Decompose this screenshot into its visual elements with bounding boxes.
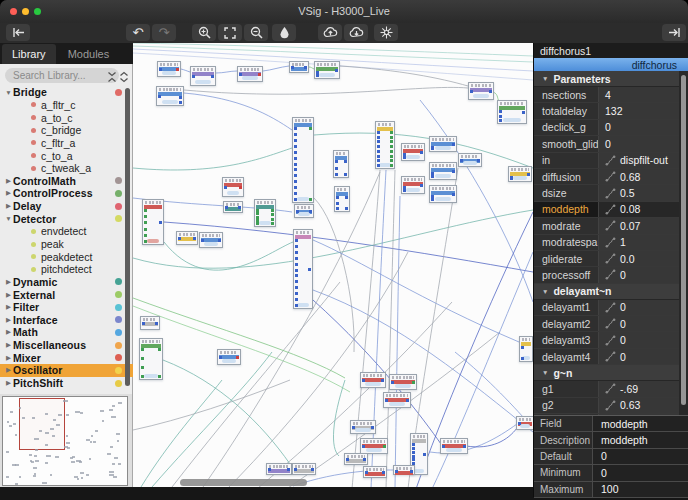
graph-node[interactable] <box>237 66 263 82</box>
param-row-modratespan[interactable]: modratespan1 <box>534 235 680 251</box>
collapse-right-button[interactable] <box>662 24 686 41</box>
graph-node[interactable] <box>289 61 309 73</box>
zoom-fit-button[interactable] <box>218 24 242 41</box>
graph-node[interactable] <box>429 185 457 203</box>
graph-node[interactable] <box>266 463 292 475</box>
node-port[interactable] <box>390 145 393 148</box>
disclosure-triangle-icon[interactable]: ▶ <box>4 341 13 349</box>
node-port[interactable] <box>294 145 297 148</box>
param-value-field[interactable]: 4 <box>598 87 680 102</box>
disclosure-triangle-icon[interactable]: ▼ <box>4 89 13 96</box>
disclosure-triangle-icon[interactable]: ▶ <box>4 354 13 362</box>
disclosure-triangle-icon[interactable]: ▶ <box>4 303 13 311</box>
graph-node[interactable] <box>350 420 376 434</box>
node-port[interactable] <box>158 375 161 378</box>
collapse-left-button[interactable] <box>6 24 30 41</box>
node-port[interactable] <box>410 470 413 473</box>
graph-node[interactable] <box>223 201 243 213</box>
node-port[interactable] <box>344 173 347 176</box>
section-header-g-n[interactable]: ▼g~n <box>534 365 680 381</box>
node-port[interactable] <box>390 150 393 153</box>
node-port[interactable] <box>344 160 347 163</box>
graph-node[interactable] <box>199 232 223 248</box>
node-port[interactable] <box>489 90 492 93</box>
tree-scrollbar-thumb[interactable] <box>125 88 130 386</box>
node-port[interactable] <box>521 346 524 349</box>
node-port[interactable] <box>295 280 298 283</box>
disclosure-triangle-icon[interactable]: ▶ <box>4 189 13 197</box>
tree-item-pitchdetect[interactable]: pitchdetect <box>0 263 133 276</box>
graph-node[interactable] <box>383 392 411 408</box>
node-port[interactable] <box>295 239 298 242</box>
node-port[interactable] <box>336 202 339 205</box>
disclosure-triangle-icon[interactable]: ▶ <box>4 316 13 324</box>
tree-category-external[interactable]: ▶External <box>0 288 133 301</box>
graph-node[interactable] <box>293 229 313 309</box>
node-port[interactable] <box>144 221 147 224</box>
node-port[interactable] <box>294 198 297 201</box>
node-port[interactable] <box>335 160 338 163</box>
node-port[interactable] <box>377 164 380 167</box>
ink-button[interactable] <box>272 24 296 41</box>
node-port[interactable] <box>412 443 415 446</box>
node-port[interactable] <box>295 269 298 272</box>
canvas-horizontal-scrollbar[interactable] <box>180 479 307 486</box>
param-row-processoff[interactable]: processoff0 <box>534 267 680 283</box>
node-port[interactable] <box>179 101 182 104</box>
node-port[interactable] <box>383 445 386 448</box>
param-value-field[interactable]: 0.5 <box>598 185 680 200</box>
param-row-g1[interactable]: g1-.69 <box>534 381 680 397</box>
node-port[interactable] <box>271 222 274 225</box>
node-port[interactable] <box>239 73 242 76</box>
tree-category-interface[interactable]: ▶Interface <box>0 314 133 327</box>
tree-category-bridge[interactable]: ▼Bridge <box>0 86 133 99</box>
param-value-field[interactable]: 0.63 <box>598 398 680 413</box>
node-port[interactable] <box>463 445 466 448</box>
node-port[interactable] <box>390 155 393 158</box>
node-port[interactable] <box>309 210 312 213</box>
tree-category-math[interactable]: ▶Math <box>0 326 133 339</box>
tree-item-c_fltr_a[interactable]: c_fltr_a <box>0 137 133 150</box>
node-port[interactable] <box>238 206 241 209</box>
node-port[interactable] <box>304 66 307 69</box>
node-port[interactable] <box>390 164 393 167</box>
node-port[interactable] <box>382 471 385 474</box>
node-port[interactable] <box>477 159 480 162</box>
param-value-field[interactable]: 0 <box>598 120 680 135</box>
section-header-delayamt-n[interactable]: ▼delayamt~n <box>534 284 680 300</box>
undo-button[interactable]: ↶ <box>126 24 150 41</box>
node-port[interactable] <box>431 198 434 201</box>
node-port[interactable] <box>159 68 162 71</box>
tree-item-envdetect[interactable]: envdetect <box>0 225 133 238</box>
node-port[interactable] <box>499 119 502 122</box>
node-port[interactable] <box>295 286 298 289</box>
node-port[interactable] <box>390 131 393 134</box>
node-port[interactable] <box>309 127 312 130</box>
node-port[interactable] <box>193 237 196 240</box>
param-row-declick_g[interactable]: declick_g0 <box>534 120 680 136</box>
node-port[interactable] <box>499 110 502 113</box>
tree-item-a_to_c[interactable]: a_to_c <box>0 111 133 124</box>
node-port[interactable] <box>159 221 162 224</box>
tab-modules[interactable]: Modules <box>58 44 120 64</box>
graph-node[interactable] <box>497 100 527 124</box>
tab-library[interactable]: Library <box>2 44 56 64</box>
node-port[interactable] <box>470 90 473 93</box>
node-port[interactable] <box>294 139 297 142</box>
node-port[interactable] <box>295 257 298 260</box>
node-port[interactable] <box>294 180 297 183</box>
node-port[interactable] <box>295 251 298 254</box>
graph-node[interactable] <box>142 199 164 245</box>
graph-node[interactable] <box>157 61 181 77</box>
node-port[interactable] <box>155 322 158 325</box>
node-port[interactable] <box>518 422 521 425</box>
node-port[interactable] <box>335 167 338 170</box>
node-port[interactable] <box>390 140 393 143</box>
node-port[interactable] <box>294 186 297 189</box>
graph-node[interactable] <box>519 336 533 362</box>
node-port[interactable] <box>377 131 380 134</box>
node-port[interactable] <box>403 156 406 159</box>
node-graph-canvas[interactable] <box>133 43 533 487</box>
node-port[interactable] <box>294 133 297 136</box>
param-value-field[interactable]: 0 <box>598 349 680 364</box>
